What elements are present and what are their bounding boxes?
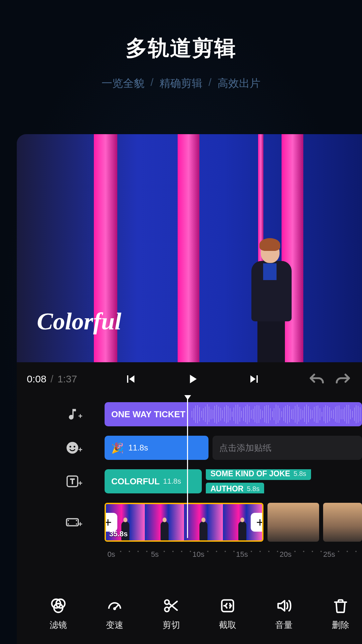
playback-controls: 0:08 / 1:37 <box>17 362 362 396</box>
svg-point-0 <box>67 442 78 454</box>
trash-icon <box>332 597 349 614</box>
page-title: 多轨道剪辑 <box>0 34 362 63</box>
text-chip-label: AUTHOR <box>210 484 243 493</box>
video-clip-selected[interactable]: + 35.8s + <box>105 503 263 542</box>
tool-label: 截取 <box>219 619 236 631</box>
next-button[interactable] <box>247 372 261 386</box>
tool-label: 删除 <box>332 619 349 631</box>
play-icon <box>185 372 200 386</box>
sticker-placeholder[interactable]: 点击添加贴纸 <box>213 436 362 460</box>
bottom-toolbar: 滤镜 变速 剪切 截取 音量 删除 <box>17 590 362 644</box>
sticker-clip[interactable]: 🎉 11.8s <box>105 436 208 460</box>
time-separator: / <box>51 373 53 384</box>
add-music-button[interactable]: + <box>60 407 84 421</box>
preview-graphic <box>178 134 199 362</box>
video-editor: Colorful 0:08 / 1:37 <box>17 134 362 644</box>
text-clip-duration: 11.8s <box>163 477 181 486</box>
text-chip-duration: 5.8s <box>247 485 259 493</box>
svg-line-13 <box>115 605 118 608</box>
subtitle-part-3: 高效出片 <box>218 76 260 91</box>
playhead[interactable] <box>187 396 188 538</box>
skip-previous-icon <box>123 372 138 386</box>
music-track: + ONE WAY TICKET <box>17 400 362 429</box>
timeline-tracks: + ONE WAY TICKET + 🎉 11.8s 点击添加贴纸 <box>17 396 362 568</box>
music-clip[interactable]: ONE WAY TICKET <box>105 402 362 426</box>
sticker-track: + 🎉 11.8s 点击添加贴纸 <box>17 433 362 462</box>
svg-rect-4 <box>67 519 78 526</box>
text-chip-duration: 5.8s <box>294 470 306 478</box>
play-button[interactable] <box>185 372 200 386</box>
preview-text-overlay: Colorful <box>37 308 121 335</box>
marketing-header: 多轨道剪辑 一览全貌 / 精确剪辑 / 高效出片 <box>0 0 362 91</box>
ruler-tick: 5s <box>151 550 159 559</box>
skip-next-icon <box>247 372 261 386</box>
svg-rect-6 <box>68 524 69 525</box>
ruler-tick: 20s <box>280 550 291 559</box>
text-track: + COLORFUL 11.8s SOME KIND OF JOKE 5.8s … <box>17 467 362 496</box>
add-video-button[interactable]: + <box>60 515 84 529</box>
text-clip[interactable]: AUTHOR 5.8s <box>206 483 264 493</box>
text-chip-label: SOME KIND OF JOKE <box>210 469 290 478</box>
svg-point-2 <box>74 446 75 447</box>
svg-rect-5 <box>68 520 69 521</box>
add-clip-after-button[interactable]: + <box>251 513 263 532</box>
separator: / <box>150 76 154 91</box>
page-subtitle: 一览全貌 / 精确剪辑 / 高效出片 <box>0 76 362 91</box>
scissors-icon <box>163 597 180 614</box>
crop-icon <box>219 597 236 614</box>
music-clip-label: ONE WAY TICKET <box>111 409 185 420</box>
filter-icon <box>50 597 67 614</box>
ruler-tick: 10s <box>192 550 204 559</box>
volume-tool[interactable]: 音量 <box>262 597 306 631</box>
time-display: 0:08 / 1:37 <box>27 373 77 385</box>
subtitle-part-1: 一览全貌 <box>102 76 144 91</box>
separator: / <box>208 76 212 91</box>
plus-icon: + <box>78 412 82 421</box>
tool-label: 音量 <box>275 619 293 631</box>
total-time: 1:37 <box>57 373 77 384</box>
video-preview[interactable]: Colorful <box>17 134 362 362</box>
sticker-placeholder-label: 点击添加贴纸 <box>219 442 272 454</box>
ruler-tick: 25s <box>323 550 335 559</box>
music-icon <box>65 407 79 421</box>
undo-button[interactable] <box>308 372 325 386</box>
add-clip-before-button[interactable]: + <box>105 513 117 532</box>
ruler-tick: 0s <box>107 550 115 559</box>
sticker-emoji: 🎉 <box>111 442 124 454</box>
preview-subject <box>245 238 295 362</box>
undo-icon <box>308 372 325 385</box>
plus-icon: + <box>78 479 82 488</box>
speedometer-icon <box>106 597 123 614</box>
add-text-button[interactable]: + <box>60 474 84 488</box>
filmstrip-icon <box>65 515 79 529</box>
subtitle-part-2: 精确剪辑 <box>160 76 202 91</box>
tool-label: 滤镜 <box>50 619 67 631</box>
volume-icon <box>275 597 293 614</box>
crop-tool[interactable]: 截取 <box>206 597 249 631</box>
ruler-tick: 15s <box>236 550 248 559</box>
time-ruler[interactable]: 0s5s10s15s20s25s <box>105 547 362 568</box>
waveform <box>192 402 362 426</box>
redo-icon <box>335 372 352 385</box>
plus-icon: + <box>78 520 82 529</box>
emoji-icon <box>65 441 79 455</box>
sticker-duration: 11.8s <box>128 443 148 452</box>
current-time: 0:08 <box>27 373 46 384</box>
add-sticker-button[interactable]: + <box>60 441 84 455</box>
video-track: + + 35.8s + <box>17 500 362 544</box>
previous-button[interactable] <box>123 372 138 386</box>
text-clip-label: COLORFUL <box>111 476 160 487</box>
cut-tool[interactable]: 剪切 <box>149 597 193 631</box>
text-icon <box>65 474 79 488</box>
text-clip[interactable]: SOME KIND OF JOKE 5.8s <box>206 469 311 480</box>
speed-tool[interactable]: 变速 <box>93 597 136 631</box>
delete-tool[interactable]: 删除 <box>319 597 362 631</box>
svg-rect-7 <box>76 520 77 521</box>
redo-button[interactable] <box>335 372 352 386</box>
filter-tool[interactable]: 滤镜 <box>37 597 80 631</box>
tool-label: 变速 <box>106 619 123 631</box>
tool-label: 剪切 <box>163 619 180 631</box>
video-clip[interactable] <box>267 503 319 542</box>
video-clip[interactable] <box>323 503 362 542</box>
svg-point-1 <box>69 446 71 447</box>
